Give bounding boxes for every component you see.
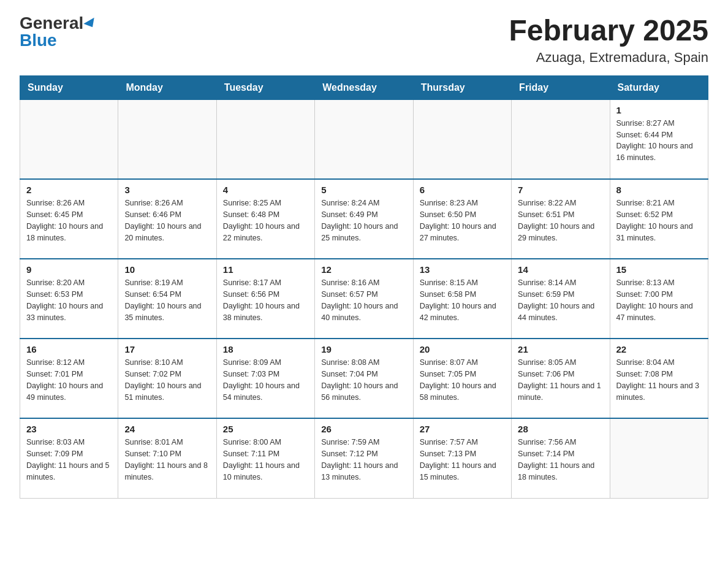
logo-arrow-icon bbox=[84, 18, 98, 30]
day-info: Sunrise: 8:01 AMSunset: 7:10 PMDaylight:… bbox=[124, 437, 210, 483]
day-info: Sunrise: 8:25 AMSunset: 6:48 PMDaylight:… bbox=[223, 197, 308, 243]
day-info: Sunrise: 8:09 AMSunset: 7:03 PMDaylight:… bbox=[223, 357, 308, 403]
day-info: Sunrise: 8:15 AMSunset: 6:58 PMDaylight:… bbox=[420, 277, 505, 323]
weekday-header-monday: Monday bbox=[118, 75, 216, 99]
calendar-cell: 13Sunrise: 8:15 AMSunset: 6:58 PMDayligh… bbox=[413, 259, 511, 339]
day-info: Sunrise: 7:56 AMSunset: 7:14 PMDaylight:… bbox=[518, 437, 603, 483]
day-info: Sunrise: 8:19 AMSunset: 6:54 PMDaylight:… bbox=[124, 277, 210, 323]
calendar-cell: 16Sunrise: 8:12 AMSunset: 7:01 PMDayligh… bbox=[20, 339, 118, 418]
weekday-header-thursday: Thursday bbox=[413, 75, 511, 99]
calendar-cell: 23Sunrise: 8:03 AMSunset: 7:09 PMDayligh… bbox=[20, 418, 118, 498]
calendar-cell: 15Sunrise: 8:13 AMSunset: 7:00 PMDayligh… bbox=[610, 259, 708, 339]
calendar-cell bbox=[315, 99, 413, 179]
calendar-cell: 9Sunrise: 8:20 AMSunset: 6:53 PMDaylight… bbox=[20, 259, 118, 339]
day-number: 1 bbox=[616, 105, 702, 115]
calendar-week-row: 23Sunrise: 8:03 AMSunset: 7:09 PMDayligh… bbox=[20, 418, 708, 498]
calendar-title: February 2025 bbox=[509, 15, 708, 47]
calendar-cell: 18Sunrise: 8:09 AMSunset: 7:03 PMDayligh… bbox=[216, 339, 314, 418]
calendar-cell: 10Sunrise: 8:19 AMSunset: 6:54 PMDayligh… bbox=[118, 259, 216, 339]
calendar-cell: 20Sunrise: 8:07 AMSunset: 7:05 PMDayligh… bbox=[413, 339, 511, 418]
day-info: Sunrise: 8:27 AMSunset: 6:44 PMDaylight:… bbox=[616, 118, 702, 164]
day-info: Sunrise: 8:08 AMSunset: 7:04 PMDaylight:… bbox=[321, 357, 406, 403]
day-number: 18 bbox=[223, 344, 308, 354]
day-info: Sunrise: 8:23 AMSunset: 6:50 PMDaylight:… bbox=[420, 197, 505, 243]
calendar-cell: 28Sunrise: 7:56 AMSunset: 7:14 PMDayligh… bbox=[512, 418, 610, 498]
day-number: 26 bbox=[321, 424, 406, 434]
calendar-cell: 24Sunrise: 8:01 AMSunset: 7:10 PMDayligh… bbox=[118, 418, 216, 498]
day-number: 3 bbox=[124, 185, 210, 195]
day-info: Sunrise: 8:26 AMSunset: 6:46 PMDaylight:… bbox=[124, 197, 210, 243]
day-number: 5 bbox=[321, 185, 406, 195]
day-number: 25 bbox=[223, 424, 308, 434]
day-number: 21 bbox=[518, 344, 603, 354]
day-number: 9 bbox=[26, 264, 112, 275]
day-number: 6 bbox=[420, 185, 505, 195]
page-header: General Blue February 2025 Azuaga, Extre… bbox=[20, 15, 708, 66]
day-number: 27 bbox=[420, 424, 505, 434]
calendar-cell: 27Sunrise: 7:57 AMSunset: 7:13 PMDayligh… bbox=[413, 418, 511, 498]
calendar-cell: 14Sunrise: 8:14 AMSunset: 6:59 PMDayligh… bbox=[512, 259, 610, 339]
calendar-cell bbox=[512, 99, 610, 179]
day-number: 8 bbox=[616, 185, 702, 195]
day-info: Sunrise: 8:05 AMSunset: 7:06 PMDaylight:… bbox=[518, 357, 603, 403]
day-number: 12 bbox=[321, 264, 406, 275]
calendar-cell: 25Sunrise: 8:00 AMSunset: 7:11 PMDayligh… bbox=[216, 418, 314, 498]
calendar-cell: 3Sunrise: 8:26 AMSunset: 6:46 PMDaylight… bbox=[118, 179, 216, 259]
logo-blue: Blue bbox=[20, 31, 57, 50]
calendar-cell bbox=[610, 418, 708, 498]
day-number: 11 bbox=[223, 264, 308, 275]
day-number: 19 bbox=[321, 344, 406, 354]
day-number: 10 bbox=[124, 264, 210, 275]
day-number: 20 bbox=[420, 344, 505, 354]
calendar-cell bbox=[216, 99, 314, 179]
calendar-cell: 26Sunrise: 7:59 AMSunset: 7:12 PMDayligh… bbox=[315, 418, 413, 498]
day-number: 17 bbox=[124, 344, 210, 354]
calendar-cell: 2Sunrise: 8:26 AMSunset: 6:45 PMDaylight… bbox=[20, 179, 118, 259]
day-number: 16 bbox=[26, 344, 112, 354]
weekday-header-row: SundayMondayTuesdayWednesdayThursdayFrid… bbox=[20, 75, 708, 99]
day-info: Sunrise: 8:07 AMSunset: 7:05 PMDaylight:… bbox=[420, 357, 505, 403]
weekday-header-tuesday: Tuesday bbox=[216, 75, 314, 99]
calendar-cell: 4Sunrise: 8:25 AMSunset: 6:48 PMDaylight… bbox=[216, 179, 314, 259]
calendar-week-row: 2Sunrise: 8:26 AMSunset: 6:45 PMDaylight… bbox=[20, 179, 708, 259]
weekday-header-friday: Friday bbox=[512, 75, 610, 99]
day-info: Sunrise: 8:14 AMSunset: 6:59 PMDaylight:… bbox=[518, 277, 603, 323]
day-number: 14 bbox=[518, 264, 603, 275]
day-info: Sunrise: 8:04 AMSunset: 7:08 PMDaylight:… bbox=[616, 357, 702, 403]
day-info: Sunrise: 8:03 AMSunset: 7:09 PMDaylight:… bbox=[26, 437, 112, 483]
day-number: 2 bbox=[26, 185, 112, 195]
day-number: 7 bbox=[518, 185, 603, 195]
day-info: Sunrise: 7:57 AMSunset: 7:13 PMDaylight:… bbox=[420, 437, 505, 483]
logo-text: General bbox=[20, 15, 97, 32]
calendar-cell: 11Sunrise: 8:17 AMSunset: 6:56 PMDayligh… bbox=[216, 259, 314, 339]
day-info: Sunrise: 7:59 AMSunset: 7:12 PMDaylight:… bbox=[321, 437, 406, 483]
calendar-cell: 1Sunrise: 8:27 AMSunset: 6:44 PMDaylight… bbox=[610, 99, 708, 179]
calendar-cell bbox=[118, 99, 216, 179]
day-info: Sunrise: 8:16 AMSunset: 6:57 PMDaylight:… bbox=[321, 277, 406, 323]
title-block: February 2025 Azuaga, Extremadura, Spain bbox=[509, 15, 708, 66]
day-number: 22 bbox=[616, 344, 702, 354]
calendar-cell: 19Sunrise: 8:08 AMSunset: 7:04 PMDayligh… bbox=[315, 339, 413, 418]
calendar-cell: 17Sunrise: 8:10 AMSunset: 7:02 PMDayligh… bbox=[118, 339, 216, 418]
calendar-cell: 12Sunrise: 8:16 AMSunset: 6:57 PMDayligh… bbox=[315, 259, 413, 339]
day-info: Sunrise: 8:00 AMSunset: 7:11 PMDaylight:… bbox=[223, 437, 308, 483]
calendar-cell: 21Sunrise: 8:05 AMSunset: 7:06 PMDayligh… bbox=[512, 339, 610, 418]
calendar-table: SundayMondayTuesdayWednesdayThursdayFrid… bbox=[20, 75, 708, 499]
calendar-cell bbox=[20, 99, 118, 179]
day-number: 24 bbox=[124, 424, 210, 434]
calendar-cell: 7Sunrise: 8:22 AMSunset: 6:51 PMDaylight… bbox=[512, 179, 610, 259]
location-subtitle: Azuaga, Extremadura, Spain bbox=[509, 50, 708, 66]
calendar-week-row: 9Sunrise: 8:20 AMSunset: 6:53 PMDaylight… bbox=[20, 259, 708, 339]
calendar-week-row: 1Sunrise: 8:27 AMSunset: 6:44 PMDaylight… bbox=[20, 99, 708, 179]
calendar-cell: 22Sunrise: 8:04 AMSunset: 7:08 PMDayligh… bbox=[610, 339, 708, 418]
calendar-cell: 8Sunrise: 8:21 AMSunset: 6:52 PMDaylight… bbox=[610, 179, 708, 259]
day-info: Sunrise: 8:13 AMSunset: 7:00 PMDaylight:… bbox=[616, 277, 702, 323]
calendar-cell: 6Sunrise: 8:23 AMSunset: 6:50 PMDaylight… bbox=[413, 179, 511, 259]
day-number: 23 bbox=[26, 424, 112, 434]
calendar-cell: 5Sunrise: 8:24 AMSunset: 6:49 PMDaylight… bbox=[315, 179, 413, 259]
day-number: 28 bbox=[518, 424, 603, 434]
day-info: Sunrise: 8:10 AMSunset: 7:02 PMDaylight:… bbox=[124, 357, 210, 403]
calendar-week-row: 16Sunrise: 8:12 AMSunset: 7:01 PMDayligh… bbox=[20, 339, 708, 418]
weekday-header-saturday: Saturday bbox=[610, 75, 708, 99]
day-info: Sunrise: 8:17 AMSunset: 6:56 PMDaylight:… bbox=[223, 277, 308, 323]
